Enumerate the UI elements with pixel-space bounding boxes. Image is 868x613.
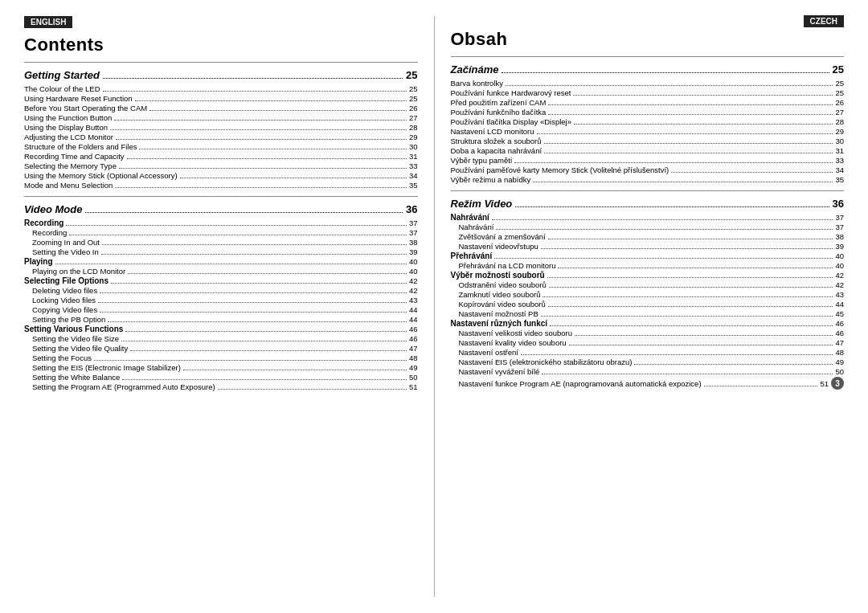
item-label: Používání tlačítka Display «Displej»	[451, 117, 572, 126]
list-item: Locking Video files43	[24, 296, 418, 304]
item-page: 29	[835, 127, 844, 136]
item-dots	[550, 325, 833, 326]
item-page: 42	[409, 286, 418, 295]
list-item: Výběr možností souborů42	[451, 271, 845, 280]
item-dots	[521, 354, 833, 355]
item-label: Using the Display Button	[24, 123, 108, 132]
item-page: 45	[835, 309, 844, 318]
item-page: 31	[835, 146, 844, 155]
divider-top-left	[24, 62, 418, 63]
item-dots	[116, 139, 407, 140]
item-dots	[94, 360, 407, 361]
item-page: 27	[835, 108, 844, 116]
two-column-layout: ENGLISH Contents Getting Started 25 The …	[24, 16, 844, 597]
item-label: Recording Time and Capacity	[24, 152, 125, 161]
list-item: Selecting File Options42	[24, 276, 418, 285]
item-dots	[537, 133, 833, 134]
item-dots	[558, 268, 833, 268]
item-label: Playing on the LCD Monitor	[32, 267, 125, 276]
list-item: Nastavení videovřstupu39	[451, 242, 845, 251]
zaciname-items: Barva kontrolky25Používání funkce Hardwa…	[451, 79, 845, 184]
item-page: 27	[409, 113, 418, 122]
item-dots	[183, 370, 407, 370]
item-page: 31	[409, 152, 418, 161]
getting-started-header: Getting Started 25	[24, 69, 418, 81]
item-dots	[125, 331, 407, 332]
item-page: 47	[835, 338, 844, 347]
item-page: 44	[835, 300, 844, 309]
list-item: Doba a kapacita nahrávání31	[451, 146, 845, 155]
list-item: Struktura složek a souborů30	[451, 137, 845, 145]
list-item: Setting the Program AE (Programmed Auto …	[24, 382, 418, 391]
item-page: 43	[409, 296, 418, 304]
item-dots	[100, 312, 407, 313]
list-item: Používání paměťové karty Memory Stick (V…	[451, 166, 845, 174]
item-dots	[101, 254, 407, 255]
english-column: ENGLISH Contents Getting Started 25 The …	[24, 16, 435, 597]
item-page: 26	[409, 104, 418, 112]
czech-badge: CZECH	[451, 16, 845, 26]
list-item: Výběr typu paměti33	[451, 156, 845, 165]
item-page: 42	[835, 271, 844, 280]
item-page: 46	[835, 319, 844, 328]
item-label: Before You Start Operating the CAM	[24, 104, 147, 112]
list-item: Using Hardware Reset Function25	[24, 94, 418, 103]
list-item: Setting Various Functions46	[24, 325, 418, 333]
list-item: Recording Time and Capacity31	[24, 152, 418, 161]
item-dots	[98, 302, 407, 303]
list-item: Používání funkce Hardwarový reset25	[451, 88, 845, 97]
list-item: Používání funkčního tlačítka27	[451, 108, 845, 116]
page: ENGLISH Contents Getting Started 25 The …	[0, 0, 868, 613]
item-page: 50	[835, 367, 844, 376]
item-label: Using the Memory Stick (Optional Accesso…	[24, 171, 178, 180]
item-label: Zvětšování a zmenšování	[459, 232, 546, 241]
list-item: Nastavení možností PB45	[451, 309, 845, 318]
item-label: Nastavení vyvážení bílé	[459, 367, 540, 376]
list-item: Barva kontrolky25	[451, 79, 845, 88]
item-label: Setting the Video In	[32, 247, 99, 256]
divider-top-right	[451, 56, 845, 57]
item-dots	[548, 104, 833, 105]
item-dots	[704, 386, 818, 386]
item-dots	[218, 389, 407, 390]
item-label: Nastavení různých funkcí	[451, 319, 548, 328]
list-item: Nastavení ostření48	[451, 348, 845, 357]
item-label: Adjusting the LCD Monitor	[24, 133, 113, 141]
item-dots	[111, 283, 407, 284]
list-item: Nastavení různých funkcí46	[451, 319, 845, 328]
item-page: 44	[409, 315, 418, 324]
item-label: Locking Video files	[32, 296, 96, 304]
item-dots	[544, 143, 833, 144]
item-label: Barva kontrolky	[451, 79, 503, 88]
page-number-badge: 3	[831, 377, 844, 390]
item-label: Nastavení funkce Program AE (naprogramov…	[459, 379, 702, 388]
item-label: Výběr možností souborů	[451, 271, 545, 280]
item-label: Kopírování video souborů	[459, 300, 546, 309]
item-dots	[119, 168, 407, 169]
item-page: 44	[409, 305, 418, 314]
item-label: Setting the Video file Quality	[32, 344, 128, 353]
item-page: 28	[409, 123, 418, 132]
item-label: Nastavení velikosti video souboru	[459, 329, 573, 337]
item-page: 37	[835, 213, 844, 222]
item-label: Používání paměťové karty Memory Stick (V…	[451, 166, 669, 174]
list-item: Before You Start Operating the CAM26	[24, 104, 418, 112]
item-page: 35	[409, 181, 418, 190]
item-label: Setting the PB Option	[32, 315, 105, 324]
item-page: 49	[835, 358, 844, 366]
video-mode-page: 36	[406, 203, 417, 215]
czech-column: CZECH Obsah Začínáme 25 Barva kontrolky2…	[435, 16, 845, 597]
item-label: Using Hardware Reset Function	[24, 94, 133, 103]
list-item: Setting the Video file Quality47	[24, 344, 418, 353]
item-dots	[547, 277, 833, 278]
list-item: Odstranění video souborů42	[451, 280, 845, 289]
item-dots	[492, 219, 833, 220]
item-page: 46	[409, 334, 418, 343]
item-label: Nahrávání	[451, 213, 489, 222]
item-page: 26	[835, 98, 844, 107]
item-label: Zamknutí video souborů	[459, 290, 541, 299]
item-page: 25	[409, 94, 418, 103]
rezim-video-page: 36	[833, 198, 844, 210]
item-label: Používání funkce Hardwarový reset	[451, 88, 571, 97]
zaciname-page: 25	[833, 63, 844, 76]
